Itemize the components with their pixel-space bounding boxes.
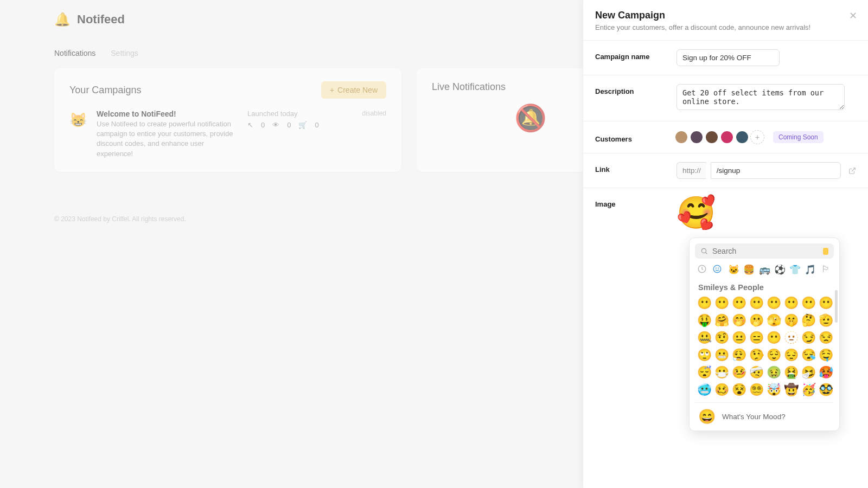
cat-symbols-icon[interactable]: 🎵: [805, 264, 816, 275]
svg-point-3: [716, 268, 717, 268]
your-campaigns-card: Your Campaigns + Create New 😸 Welcome to…: [54, 68, 401, 172]
emoji-option[interactable]: 😶: [818, 295, 834, 311]
create-new-button[interactable]: + Create New: [321, 81, 386, 99]
add-customer-button[interactable]: +: [750, 130, 764, 144]
eye-icon: 👁: [272, 121, 279, 129]
emoji-option[interactable]: 😶: [748, 295, 764, 311]
emoji-picker: 🐱 🍔 🚌 ⚽ 👕 🎵 🏳 Smileys & People 😶😶😶😶😶😶😶😶🤑…: [689, 237, 840, 431]
emoji-option[interactable]: 😷: [713, 364, 730, 381]
emoji-option[interactable]: 😮‍💨: [731, 347, 747, 363]
emoji-option[interactable]: 🥳: [800, 382, 816, 398]
selected-emoji-preview[interactable]: 🥰: [676, 195, 716, 230]
emoji-option[interactable]: 🥸: [818, 382, 834, 398]
campaign-name-input[interactable]: [676, 49, 780, 66]
avatar[interactable]: [720, 130, 734, 144]
campaign-row[interactable]: 😸 Welcome to NotiFeed! Use Notifeed to c…: [69, 110, 386, 159]
coming-soon-badge: Coming Soon: [773, 131, 824, 143]
emoji-option[interactable]: 🤤: [818, 347, 834, 363]
cat-objects-icon[interactable]: 👕: [789, 264, 801, 275]
emoji-option[interactable]: 🤢: [765, 364, 782, 381]
tab-settings[interactable]: Settings: [111, 49, 138, 57]
emoji-option[interactable]: 🤮: [783, 364, 799, 381]
label-link: Link: [595, 162, 676, 174]
emoji-option[interactable]: 🥶: [696, 382, 712, 398]
emoji-option[interactable]: 😌: [765, 347, 782, 363]
skin-tone-selector[interactable]: [823, 248, 828, 255]
cat-food-icon[interactable]: 🍔: [743, 264, 755, 275]
emoji-option[interactable]: 😶: [783, 295, 799, 311]
emoji-option[interactable]: 🤥: [748, 347, 764, 363]
emoji-option[interactable]: 🙄: [696, 347, 712, 363]
emoji-option[interactable]: 😶: [765, 295, 782, 311]
label-campaign-name: Campaign name: [595, 49, 676, 61]
emoji-option[interactable]: 😶: [765, 330, 782, 346]
avatar[interactable]: [690, 130, 704, 144]
cat-recent-icon[interactable]: [697, 264, 709, 275]
emoji-option[interactable]: 🤭: [731, 312, 747, 329]
live-title: Live Notifications: [432, 81, 506, 93]
emoji-option[interactable]: 🤠: [783, 382, 799, 398]
emoji-option[interactable]: 🤒: [731, 364, 747, 381]
emoji-option[interactable]: 😶: [696, 295, 712, 311]
emoji-option[interactable]: 😵: [731, 382, 747, 398]
emoji-option[interactable]: 😪: [800, 347, 816, 363]
avatar[interactable]: [705, 130, 719, 144]
emoji-option[interactable]: 😐: [731, 330, 747, 346]
emoji-option[interactable]: 🤨: [713, 330, 730, 346]
cat-smileys-icon[interactable]: [712, 264, 724, 275]
plus-icon: +: [330, 86, 334, 94]
emoji-search-input[interactable]: [712, 247, 815, 255]
cat-animals-icon[interactable]: 🐱: [728, 264, 740, 275]
search-icon: [700, 247, 708, 255]
emoji-option[interactable]: 😑: [748, 330, 764, 346]
campaign-launch-meta: Launched today: [247, 110, 319, 118]
mood-emoji-icon: 😄: [698, 408, 716, 425]
emoji-section-title: Smileys & People: [695, 281, 834, 295]
avatar[interactable]: [735, 130, 749, 144]
emoji-option[interactable]: 😵‍💫: [748, 382, 764, 398]
emoji-option[interactable]: 🤫: [783, 312, 799, 329]
emoji-option[interactable]: 🤧: [800, 364, 816, 381]
emoji-option[interactable]: 🫢: [748, 312, 764, 329]
emoji-option[interactable]: 🫣: [765, 312, 782, 329]
emoji-option[interactable]: 🤐: [696, 330, 712, 346]
campaign-item-title: Welcome to NotiFeed!: [97, 110, 238, 118]
mood-text: What's Your Mood?: [722, 413, 786, 421]
emoji-option[interactable]: 🤯: [765, 382, 782, 398]
campaigns-title: Your Campaigns: [69, 85, 141, 96]
external-link-icon[interactable]: [848, 167, 856, 175]
cursor-icon: ↖: [247, 121, 253, 129]
emoji-option[interactable]: 😬: [713, 347, 730, 363]
close-icon[interactable]: ✕: [849, 10, 857, 22]
emoji-search[interactable]: [695, 243, 834, 259]
emoji-option[interactable]: 😶: [713, 295, 730, 311]
avatar[interactable]: [674, 130, 688, 144]
description-input[interactable]: Get 20 off select items from our online …: [676, 84, 845, 110]
emoji-option[interactable]: 🤔: [800, 312, 816, 329]
label-description: Description: [595, 84, 676, 95]
emoji-option[interactable]: 🤗: [713, 312, 730, 329]
cart-icon: 🛒: [298, 121, 307, 129]
emoji-option[interactable]: 🫡: [818, 312, 834, 329]
brand-bell-icon: 🔔: [54, 12, 71, 27]
cat-travel-icon[interactable]: 🚌: [758, 264, 770, 275]
emoji-option[interactable]: 🫥: [783, 330, 799, 346]
emoji-option[interactable]: 😴: [696, 364, 712, 381]
emoji-option[interactable]: 😒: [818, 330, 834, 346]
emoji-scrollbar[interactable]: [835, 290, 838, 323]
emoji-option[interactable]: 🤕: [748, 364, 764, 381]
emoji-option[interactable]: 😶: [800, 295, 816, 311]
emoji-option[interactable]: 😏: [800, 330, 816, 346]
emoji-option[interactable]: 😶: [731, 295, 747, 311]
link-input[interactable]: [711, 162, 841, 179]
cat-flags-icon[interactable]: 🏳: [820, 264, 832, 275]
svg-point-0: [701, 248, 706, 253]
cat-activities-icon[interactable]: ⚽: [774, 264, 786, 275]
tab-notifications[interactable]: Notifications: [54, 49, 95, 57]
emoji-option[interactable]: 🥴: [713, 382, 730, 398]
emoji-option[interactable]: 🤑: [696, 312, 712, 329]
emoji-option[interactable]: 😔: [783, 347, 799, 363]
brand-name: Notifeed: [77, 12, 125, 27]
emoji-grid: 😶😶😶😶😶😶😶😶🤑🤗🤭🫢🫣🤫🤔🫡🤐🤨😐😑😶🫥😏😒🙄😬😮‍💨🤥😌😔😪🤤😴😷🤒🤕🤢🤮…: [695, 295, 834, 398]
emoji-option[interactable]: 🥵: [818, 364, 834, 381]
